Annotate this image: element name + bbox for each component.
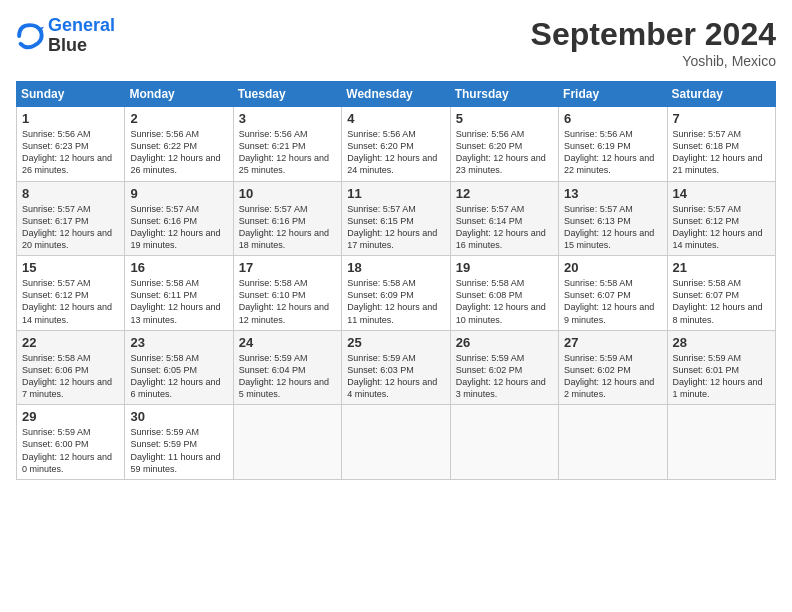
col-monday: Monday bbox=[125, 82, 233, 107]
header: General Blue September 2024 Yoshib, Mexi… bbox=[16, 16, 776, 69]
logo-icon bbox=[16, 22, 44, 50]
day-cell: 4Sunrise: 5:56 AMSunset: 6:20 PMDaylight… bbox=[342, 107, 450, 182]
week-row-1: 1Sunrise: 5:56 AMSunset: 6:23 PMDaylight… bbox=[17, 107, 776, 182]
col-thursday: Thursday bbox=[450, 82, 558, 107]
day-cell: 8Sunrise: 5:57 AMSunset: 6:17 PMDaylight… bbox=[17, 181, 125, 256]
day-number: 10 bbox=[239, 186, 336, 201]
month-title: September 2024 bbox=[531, 16, 776, 53]
logo-line2: Blue bbox=[48, 36, 115, 56]
day-cell: 21Sunrise: 5:58 AMSunset: 6:07 PMDayligh… bbox=[667, 256, 775, 331]
day-info: Sunrise: 5:57 AMSunset: 6:12 PMDaylight:… bbox=[673, 203, 770, 252]
day-info: Sunrise: 5:59 AMSunset: 6:01 PMDaylight:… bbox=[673, 352, 770, 401]
col-friday: Friday bbox=[559, 82, 667, 107]
day-cell: 17Sunrise: 5:58 AMSunset: 6:10 PMDayligh… bbox=[233, 256, 341, 331]
day-cell bbox=[342, 405, 450, 480]
day-cell: 19Sunrise: 5:58 AMSunset: 6:08 PMDayligh… bbox=[450, 256, 558, 331]
day-info: Sunrise: 5:58 AMSunset: 6:08 PMDaylight:… bbox=[456, 277, 553, 326]
logo-line1: General bbox=[48, 15, 115, 35]
day-info: Sunrise: 5:58 AMSunset: 6:06 PMDaylight:… bbox=[22, 352, 119, 401]
day-cell: 29Sunrise: 5:59 AMSunset: 6:00 PMDayligh… bbox=[17, 405, 125, 480]
logo-text: General Blue bbox=[48, 16, 115, 56]
day-info: Sunrise: 5:59 AMSunset: 6:02 PMDaylight:… bbox=[564, 352, 661, 401]
day-number: 6 bbox=[564, 111, 661, 126]
day-info: Sunrise: 5:57 AMSunset: 6:18 PMDaylight:… bbox=[673, 128, 770, 177]
day-cell: 12Sunrise: 5:57 AMSunset: 6:14 PMDayligh… bbox=[450, 181, 558, 256]
day-info: Sunrise: 5:58 AMSunset: 6:05 PMDaylight:… bbox=[130, 352, 227, 401]
day-number: 27 bbox=[564, 335, 661, 350]
day-cell: 5Sunrise: 5:56 AMSunset: 6:20 PMDaylight… bbox=[450, 107, 558, 182]
day-info: Sunrise: 5:58 AMSunset: 6:07 PMDaylight:… bbox=[564, 277, 661, 326]
day-cell: 1Sunrise: 5:56 AMSunset: 6:23 PMDaylight… bbox=[17, 107, 125, 182]
day-info: Sunrise: 5:59 AMSunset: 6:04 PMDaylight:… bbox=[239, 352, 336, 401]
day-cell bbox=[667, 405, 775, 480]
week-row-4: 22Sunrise: 5:58 AMSunset: 6:06 PMDayligh… bbox=[17, 330, 776, 405]
day-number: 24 bbox=[239, 335, 336, 350]
day-cell: 13Sunrise: 5:57 AMSunset: 6:13 PMDayligh… bbox=[559, 181, 667, 256]
day-info: Sunrise: 5:57 AMSunset: 6:17 PMDaylight:… bbox=[22, 203, 119, 252]
day-info: Sunrise: 5:56 AMSunset: 6:20 PMDaylight:… bbox=[456, 128, 553, 177]
calendar-header: Sunday Monday Tuesday Wednesday Thursday… bbox=[17, 82, 776, 107]
day-info: Sunrise: 5:59 AMSunset: 6:02 PMDaylight:… bbox=[456, 352, 553, 401]
day-cell: 20Sunrise: 5:58 AMSunset: 6:07 PMDayligh… bbox=[559, 256, 667, 331]
day-number: 29 bbox=[22, 409, 119, 424]
day-info: Sunrise: 5:58 AMSunset: 6:10 PMDaylight:… bbox=[239, 277, 336, 326]
week-row-5: 29Sunrise: 5:59 AMSunset: 6:00 PMDayligh… bbox=[17, 405, 776, 480]
day-cell: 14Sunrise: 5:57 AMSunset: 6:12 PMDayligh… bbox=[667, 181, 775, 256]
day-cell: 11Sunrise: 5:57 AMSunset: 6:15 PMDayligh… bbox=[342, 181, 450, 256]
day-number: 25 bbox=[347, 335, 444, 350]
day-cell: 30Sunrise: 5:59 AMSunset: 5:59 PMDayligh… bbox=[125, 405, 233, 480]
day-number: 15 bbox=[22, 260, 119, 275]
day-number: 8 bbox=[22, 186, 119, 201]
day-number: 18 bbox=[347, 260, 444, 275]
day-number: 22 bbox=[22, 335, 119, 350]
day-info: Sunrise: 5:57 AMSunset: 6:16 PMDaylight:… bbox=[130, 203, 227, 252]
days-of-week-row: Sunday Monday Tuesday Wednesday Thursday… bbox=[17, 82, 776, 107]
day-number: 20 bbox=[564, 260, 661, 275]
day-info: Sunrise: 5:58 AMSunset: 6:09 PMDaylight:… bbox=[347, 277, 444, 326]
day-info: Sunrise: 5:57 AMSunset: 6:15 PMDaylight:… bbox=[347, 203, 444, 252]
day-info: Sunrise: 5:58 AMSunset: 6:07 PMDaylight:… bbox=[673, 277, 770, 326]
day-info: Sunrise: 5:58 AMSunset: 6:11 PMDaylight:… bbox=[130, 277, 227, 326]
day-cell: 2Sunrise: 5:56 AMSunset: 6:22 PMDaylight… bbox=[125, 107, 233, 182]
col-sunday: Sunday bbox=[17, 82, 125, 107]
day-number: 14 bbox=[673, 186, 770, 201]
day-info: Sunrise: 5:59 AMSunset: 6:00 PMDaylight:… bbox=[22, 426, 119, 475]
day-number: 16 bbox=[130, 260, 227, 275]
day-number: 2 bbox=[130, 111, 227, 126]
day-number: 12 bbox=[456, 186, 553, 201]
day-cell bbox=[559, 405, 667, 480]
day-cell: 23Sunrise: 5:58 AMSunset: 6:05 PMDayligh… bbox=[125, 330, 233, 405]
day-info: Sunrise: 5:56 AMSunset: 6:23 PMDaylight:… bbox=[22, 128, 119, 177]
week-row-2: 8Sunrise: 5:57 AMSunset: 6:17 PMDaylight… bbox=[17, 181, 776, 256]
col-wednesday: Wednesday bbox=[342, 82, 450, 107]
day-info: Sunrise: 5:56 AMSunset: 6:20 PMDaylight:… bbox=[347, 128, 444, 177]
day-cell: 3Sunrise: 5:56 AMSunset: 6:21 PMDaylight… bbox=[233, 107, 341, 182]
day-cell: 26Sunrise: 5:59 AMSunset: 6:02 PMDayligh… bbox=[450, 330, 558, 405]
col-tuesday: Tuesday bbox=[233, 82, 341, 107]
day-number: 11 bbox=[347, 186, 444, 201]
day-cell bbox=[233, 405, 341, 480]
day-cell: 6Sunrise: 5:56 AMSunset: 6:19 PMDaylight… bbox=[559, 107, 667, 182]
day-number: 21 bbox=[673, 260, 770, 275]
day-cell: 25Sunrise: 5:59 AMSunset: 6:03 PMDayligh… bbox=[342, 330, 450, 405]
calendar-table: Sunday Monday Tuesday Wednesday Thursday… bbox=[16, 81, 776, 480]
day-number: 13 bbox=[564, 186, 661, 201]
day-info: Sunrise: 5:56 AMSunset: 6:22 PMDaylight:… bbox=[130, 128, 227, 177]
day-cell: 18Sunrise: 5:58 AMSunset: 6:09 PMDayligh… bbox=[342, 256, 450, 331]
day-cell: 27Sunrise: 5:59 AMSunset: 6:02 PMDayligh… bbox=[559, 330, 667, 405]
day-info: Sunrise: 5:56 AMSunset: 6:21 PMDaylight:… bbox=[239, 128, 336, 177]
day-info: Sunrise: 5:57 AMSunset: 6:13 PMDaylight:… bbox=[564, 203, 661, 252]
day-number: 28 bbox=[673, 335, 770, 350]
day-info: Sunrise: 5:59 AMSunset: 6:03 PMDaylight:… bbox=[347, 352, 444, 401]
day-number: 9 bbox=[130, 186, 227, 201]
day-info: Sunrise: 5:56 AMSunset: 6:19 PMDaylight:… bbox=[564, 128, 661, 177]
day-cell: 7Sunrise: 5:57 AMSunset: 6:18 PMDaylight… bbox=[667, 107, 775, 182]
day-cell: 24Sunrise: 5:59 AMSunset: 6:04 PMDayligh… bbox=[233, 330, 341, 405]
day-info: Sunrise: 5:57 AMSunset: 6:12 PMDaylight:… bbox=[22, 277, 119, 326]
day-number: 26 bbox=[456, 335, 553, 350]
day-info: Sunrise: 5:59 AMSunset: 5:59 PMDaylight:… bbox=[130, 426, 227, 475]
day-info: Sunrise: 5:57 AMSunset: 6:16 PMDaylight:… bbox=[239, 203, 336, 252]
day-number: 7 bbox=[673, 111, 770, 126]
day-number: 3 bbox=[239, 111, 336, 126]
day-info: Sunrise: 5:57 AMSunset: 6:14 PMDaylight:… bbox=[456, 203, 553, 252]
